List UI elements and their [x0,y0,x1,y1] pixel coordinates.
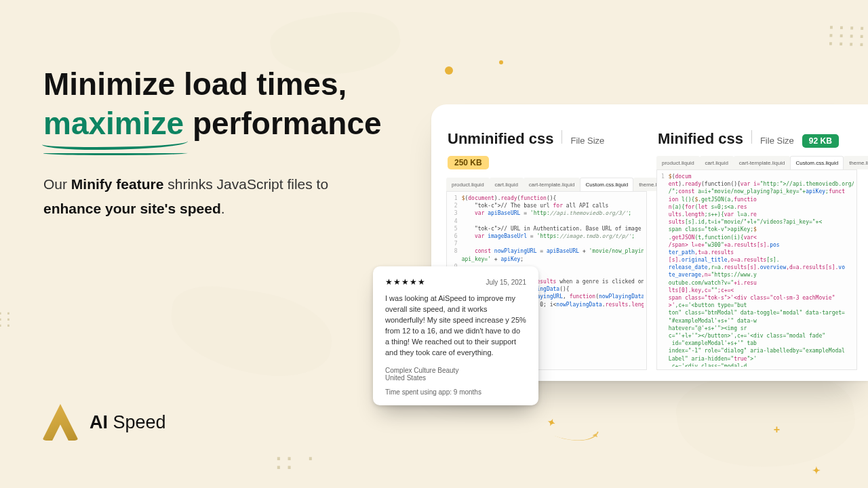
code-tab[interactable]: cart-template.liquid [734,156,791,169]
file-size-label: File Size [570,136,604,146]
brand-logo-icon [42,404,79,441]
code-tab[interactable]: product.liquid [656,156,700,169]
arrow-swoosh-decoration [554,418,599,450]
code-tab[interactable]: cart-template.liquid [524,178,580,191]
minified-source: $(docum ent).ready(function(){var i="htt… [669,173,854,367]
star-rating-icon: ★★★★★ [385,277,426,287]
minified-code-view: 1 $(docum ent).ready(function(){var i="h… [656,170,857,370]
brand-lockup: AI Speed [42,404,166,441]
minified-title: Minified css [658,130,743,148]
code-tabs-right: product.liquidcart.liquidcart-template.l… [656,156,857,170]
circle-decoration [445,66,453,75]
review-text: I was looking at AiSpeed to improve my o… [385,293,526,359]
dot-grid-decoration: ············ [827,21,868,47]
review-author: Complex Culture Beauty [385,367,526,374]
sparkle-decoration: ✦ [546,416,557,429]
review-country: United States [385,374,526,382]
hero-subtext: Our Minify feature shrinks JavaScript fi… [43,172,342,220]
sparkle-decoration: ✦ [812,465,821,476]
plus-decoration: + [774,424,780,436]
review-date: July 15, 2021 [486,279,527,286]
unminified-title: Unminified css [448,130,553,148]
circle-decoration [499,60,503,64]
brand-name: AI Speed [90,412,166,433]
line-gutter: 1 [657,173,669,367]
minified-column: Minified css File Size 92 KB product.liq… [656,130,857,370]
testimonial-card: ★★★★★ July 15, 2021 I was looking at AiS… [373,266,538,405]
code-tab[interactable]: product.liquid [446,178,490,191]
dot-grid-decoration: ······ [0,308,14,327]
dot-grid-decoration: ·· ··· [275,453,317,470]
code-tab[interactable]: cart.liquid [490,178,524,191]
code-tabs-left: product.liquidcart.liquidcart-template.l… [446,178,647,192]
hero-heading: Minimize load times, maximize performanc… [43,65,382,143]
code-tab[interactable]: Custom.css.liquid [790,156,844,169]
code-tab[interactable]: theme.liquid [844,156,868,169]
hero-highlight: maximize [43,104,184,144]
unminified-size-badge: 250 KB [448,156,489,169]
code-tab[interactable]: Custom.css.liquid [580,178,633,191]
code-tab[interactable]: cart.liquid [700,156,734,169]
minified-size-badge: 92 KB [802,134,839,148]
hero-rest: performance [193,106,382,141]
hero-line-1: Minimize load times, [43,66,347,102]
brush-stroke-decoration [165,281,337,384]
review-time-spent: Time spent using app: 9 months [385,388,526,396]
file-size-label: File Size [760,136,794,146]
